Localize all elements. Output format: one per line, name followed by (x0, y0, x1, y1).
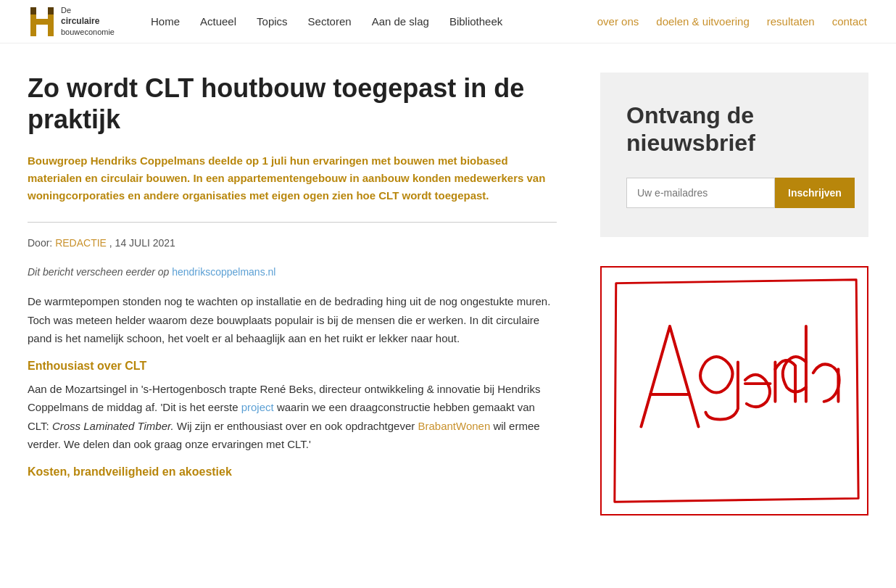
author-link[interactable]: REDACTIE (55, 237, 107, 249)
email-input[interactable] (626, 178, 775, 208)
logo-icon (29, 6, 55, 38)
prior-source: Dit bericht verscheen eerder op hendriks… (28, 266, 557, 278)
meta-prefix: Door: (28, 237, 52, 249)
main-content: Zo wordt CLT houtbouw toegepast in de pr… (28, 73, 557, 515)
svg-rect-2 (30, 19, 54, 25)
svg-rect-4 (48, 7, 54, 15)
article-intro: Bouwgroep Hendriks Coppelmans deelde op … (28, 152, 557, 204)
nav-bibliotheek[interactable]: Bibliotheek (449, 15, 502, 28)
nav-contact[interactable]: contact (832, 15, 867, 28)
subheading-2: Kosten, brandveiligheid en akoestiek (28, 465, 557, 479)
article-date: , 14 JULI 2021 (109, 237, 175, 249)
nav-resultaten[interactable]: resultaten (767, 15, 815, 28)
nav-aan-de-slag[interactable]: Aan de slag (372, 15, 429, 28)
brabantwonen-link[interactable]: BrabantWonen (418, 420, 490, 432)
nav-sectoren[interactable]: Sectoren (308, 15, 352, 28)
body-paragraph-1: De warmtepompen stonden nog te wachten o… (28, 292, 557, 348)
article-body: De warmtepompen stonden nog te wachten o… (28, 292, 557, 479)
nav-topics[interactable]: Topics (257, 15, 288, 28)
project-link[interactable]: project (241, 401, 274, 413)
newsletter-title: Ontvang de nieuwsbrief (626, 102, 842, 157)
subheading-1: Enthousiast over CLT (28, 360, 557, 373)
svg-rect-3 (30, 7, 36, 15)
nav-doelen[interactable]: doelen & uitvoering (656, 15, 749, 28)
site-header: De circulaire bouweconomie Home Actueel … (0, 0, 896, 44)
secondary-nav: over ons doelen & uitvoering resultaten … (597, 15, 867, 28)
nav-over-ons[interactable]: over ons (597, 15, 639, 28)
newsletter-form: Inschrijven (626, 178, 842, 208)
sidebar: Ontvang de nieuwsbrief Inschrijven (600, 73, 868, 515)
agenda-svg (602, 268, 867, 514)
nav-actueel[interactable]: Actueel (200, 15, 236, 28)
article-title: Zo wordt CLT houtbouw toegepast in de pr… (28, 73, 557, 135)
body-paragraph-2: Aan de Mozartsingel in 's-Hertogenbosch … (28, 380, 557, 454)
agenda-image (600, 266, 868, 515)
prior-source-link[interactable]: hendrikscoppelmans.nl (172, 266, 275, 278)
page-wrapper: Zo wordt CLT houtbouw toegepast in de pr… (13, 44, 883, 559)
newsletter-box: Ontvang de nieuwsbrief Inschrijven (600, 73, 868, 237)
subscribe-button[interactable]: Inschrijven (775, 178, 855, 208)
nav-home[interactable]: Home (151, 15, 180, 28)
primary-nav: Home Actueel Topics Sectoren Aan de slag… (151, 15, 502, 28)
divider (28, 222, 557, 223)
logo[interactable]: De circulaire bouweconomie (29, 5, 115, 37)
logo-text: De circulaire bouweconomie (61, 5, 115, 37)
article-meta: Door: REDACTIE , 14 JULI 2021 (28, 237, 557, 249)
